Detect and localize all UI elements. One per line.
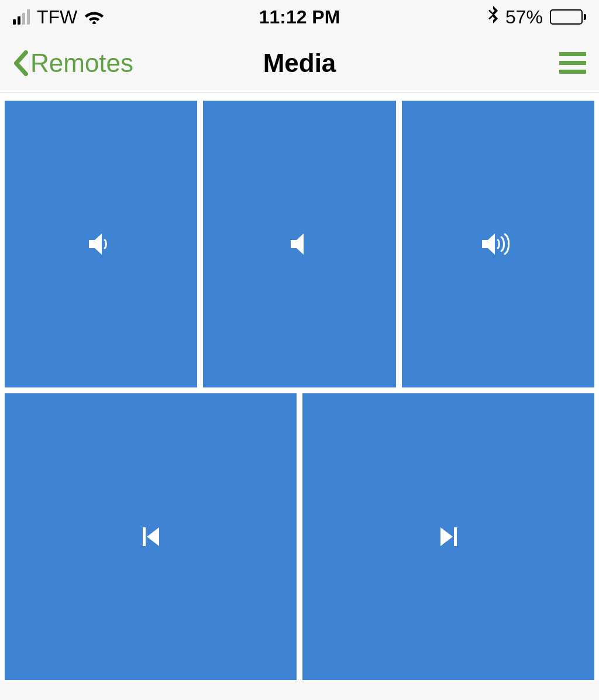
tile-row-1 — [5, 101, 594, 387]
page-title: Media — [263, 49, 336, 78]
next-track-button[interactable] — [302, 393, 594, 680]
battery-percent: 57% — [505, 6, 543, 28]
tile-grid — [0, 92, 599, 680]
tile-row-2 — [5, 393, 594, 680]
volume-down-button[interactable] — [5, 101, 197, 387]
hamburger-icon — [559, 52, 586, 56]
status-left: TFW — [13, 6, 104, 28]
cellular-signal-icon — [13, 9, 30, 25]
status-time: 11:12 PM — [259, 6, 340, 28]
wifi-icon — [84, 9, 104, 25]
volume-high-icon — [480, 231, 515, 257]
status-right: 57% — [488, 6, 586, 28]
skip-previous-icon — [139, 524, 163, 550]
menu-button[interactable] — [559, 52, 586, 74]
navigation-bar: Remotes Media — [0, 34, 599, 92]
volume-mute-button[interactable] — [203, 101, 395, 387]
skip-next-icon — [437, 524, 460, 550]
volume-up-button[interactable] — [402, 101, 594, 387]
carrier-label: TFW — [37, 6, 77, 28]
status-bar: TFW 11:12 PM 57% — [0, 0, 599, 34]
svg-rect-0 — [143, 527, 146, 546]
back-label: Remotes — [30, 49, 133, 78]
svg-rect-1 — [454, 527, 457, 546]
previous-track-button[interactable] — [5, 393, 297, 680]
bluetooth-icon — [488, 6, 498, 28]
volume-mute-icon — [285, 231, 314, 257]
back-button[interactable]: Remotes — [13, 49, 133, 78]
chevron-left-icon — [13, 50, 28, 76]
battery-icon — [550, 9, 586, 25]
volume-low-icon — [87, 231, 116, 257]
